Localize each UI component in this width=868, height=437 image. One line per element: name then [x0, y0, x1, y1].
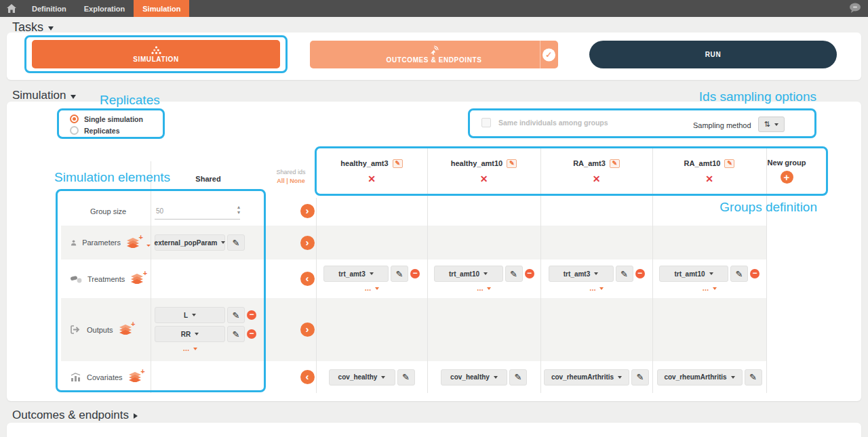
- edit-covariate-button[interactable]: ✎: [509, 369, 527, 386]
- single-simulation-option[interactable]: Single simulation: [70, 113, 143, 125]
- group-size-label: Group size: [90, 207, 126, 215]
- more-treatments-button[interactable]: …: [589, 285, 604, 292]
- share-right-arrow-icon[interactable]: ›: [300, 322, 315, 337]
- treatment-select[interactable]: trt_amt3: [323, 266, 389, 282]
- tab-simulation[interactable]: Simulation: [134, 0, 189, 17]
- group-name: RA_amt10: [684, 159, 721, 167]
- delete-group-icon[interactable]: ✕: [705, 174, 713, 184]
- same-individuals-control: Same individuals among groups: [481, 118, 608, 127]
- parameters-select-value: external_popParam: [155, 239, 218, 247]
- share-right-arrow-icon[interactable]: ›: [300, 204, 315, 218]
- covariate-select[interactable]: cov_healthy: [329, 369, 395, 386]
- share-right-arrow-icon[interactable]: ›: [300, 236, 315, 250]
- remove-treatment-icon[interactable]: −: [410, 269, 420, 278]
- edit-output-button[interactable]: ✎: [227, 307, 245, 323]
- delete-group-icon[interactable]: ✕: [368, 174, 376, 184]
- edit-group-icon[interactable]: ✎: [393, 159, 403, 168]
- edit-covariate-button[interactable]: ✎: [631, 369, 649, 386]
- edit-group-icon[interactable]: ✎: [610, 159, 620, 168]
- group-size-input[interactable]: [155, 203, 240, 220]
- feedback-button[interactable]: [849, 3, 861, 16]
- replicates-option[interactable]: Replicates: [70, 125, 143, 136]
- single-simulation-label: Single simulation: [84, 115, 143, 123]
- outcomes-task-label: OUTCOMES & ENDPOINTS: [387, 56, 482, 64]
- outcomes-section-header[interactable]: Outcomes & endpoints: [12, 409, 138, 422]
- covariate-select[interactable]: cov_healthy: [441, 369, 507, 386]
- more-treatments-button[interactable]: …: [365, 285, 379, 292]
- tab-definition[interactable]: Definition: [23, 0, 75, 17]
- edit-treatment-button[interactable]: ✎: [391, 266, 408, 282]
- add-covariates-element-icon[interactable]: +: [128, 372, 142, 382]
- treatment-select[interactable]: trt_amt10: [434, 266, 503, 282]
- output-arrow-icon: [71, 325, 81, 334]
- more-outputs-button[interactable]: …: [155, 345, 225, 352]
- caret-down-icon: [381, 376, 385, 379]
- edit-parameters-button[interactable]: ✎: [227, 234, 245, 251]
- sort-arrows-icon: ⇅: [764, 120, 770, 129]
- share-left-arrow-icon[interactable]: ‹: [300, 370, 315, 384]
- group-name: healthy_amt3: [340, 159, 388, 167]
- simulation-task-button[interactable]: SIMULATION: [32, 40, 280, 68]
- group-size-shared-cell: ▴ ▾: [151, 196, 266, 226]
- sampling-method-select[interactable]: ⇅: [758, 117, 785, 132]
- add-group-icon[interactable]: +: [781, 171, 793, 184]
- share-left-arrow-icon[interactable]: ‹: [300, 272, 315, 286]
- sampling-method-label: Sampling method: [693, 121, 751, 129]
- output-select[interactable]: L: [155, 307, 225, 323]
- chevron-down-icon: [48, 26, 54, 30]
- edit-treatment-button[interactable]: ✎: [505, 266, 523, 282]
- group-header-ra-amt10: RA_amt10 ✎ ✕: [652, 148, 766, 194]
- remove-treatment-icon[interactable]: −: [635, 269, 645, 278]
- same-individuals-checkbox[interactable]: [481, 118, 491, 127]
- treatments-cell-ra-amt10: trt_amt10 ✎ − …: [652, 259, 766, 298]
- covariates-cell-ra-amt3: cov_rheumArthritis ✎: [540, 361, 652, 393]
- edit-group-icon[interactable]: ✎: [507, 159, 517, 168]
- caret-down-icon: [195, 333, 199, 335]
- edit-group-icon[interactable]: ✎: [724, 159, 734, 168]
- remove-treatment-icon[interactable]: −: [525, 269, 534, 278]
- delete-group-icon[interactable]: ✕: [480, 174, 488, 184]
- edit-covariate-button[interactable]: ✎: [397, 369, 415, 386]
- add-parameters-element-icon[interactable]: +: [126, 238, 140, 248]
- outputs-label-cell: Outputs +: [61, 298, 151, 361]
- caret-down-icon: [618, 376, 622, 379]
- new-group-label: New group: [768, 159, 806, 167]
- ellipsis-icon: …: [183, 345, 191, 352]
- output-select-value: L: [184, 312, 188, 319]
- edit-covariate-button[interactable]: ✎: [745, 369, 762, 386]
- shared-ids-all-none-toggle[interactable]: All | None: [266, 178, 316, 184]
- simulation-section-header[interactable]: Simulation: [12, 89, 76, 102]
- covariate-select[interactable]: cov_rheumArthritis: [657, 369, 743, 386]
- delete-group-icon[interactable]: ✕: [593, 174, 601, 184]
- number-spinner[interactable]: ▴ ▾: [237, 205, 240, 215]
- output-select[interactable]: RR: [155, 326, 225, 342]
- ellipsis-icon: …: [477, 285, 484, 292]
- edit-treatment-button[interactable]: ✎: [730, 266, 748, 282]
- group-name: healthy_amt10: [451, 159, 502, 167]
- tab-exploration[interactable]: Exploration: [75, 0, 134, 17]
- treatments-cell-healthy-amt3: trt_amt3 ✎ − …: [316, 259, 427, 298]
- add-outputs-element-icon[interactable]: +: [119, 325, 132, 335]
- covariate-select[interactable]: cov_rheumArthritis: [544, 369, 629, 386]
- remove-output-icon[interactable]: −: [247, 310, 256, 320]
- remove-treatment-icon[interactable]: −: [750, 269, 760, 278]
- edit-output-button[interactable]: ✎: [227, 326, 245, 342]
- pills-icon: [71, 275, 82, 283]
- run-button[interactable]: RUN: [589, 41, 837, 68]
- treatment-select[interactable]: trt_amt3: [549, 266, 614, 282]
- group-name: RA_amt3: [573, 159, 606, 167]
- outcomes-card: [7, 423, 861, 437]
- remove-output-icon[interactable]: −: [247, 329, 256, 339]
- treatments-label: Treatments: [87, 275, 125, 283]
- add-treatments-element-icon[interactable]: +: [130, 274, 144, 284]
- parameters-select[interactable]: external_popParam: [155, 234, 225, 251]
- outcomes-task-button[interactable]: OUTCOMES & ENDPOINTS ✓: [310, 41, 558, 68]
- more-treatments-button[interactable]: …: [477, 285, 491, 292]
- edit-treatment-button[interactable]: ✎: [616, 266, 633, 282]
- home-button[interactable]: [0, 0, 23, 17]
- treatment-select-value: trt_amt3: [338, 270, 365, 278]
- outcomes-heading: Outcomes & endpoints: [12, 409, 129, 422]
- treatment-select[interactable]: trt_amt10: [659, 266, 728, 282]
- more-treatments-button[interactable]: …: [703, 285, 717, 292]
- caret-down-icon: [709, 272, 713, 275]
